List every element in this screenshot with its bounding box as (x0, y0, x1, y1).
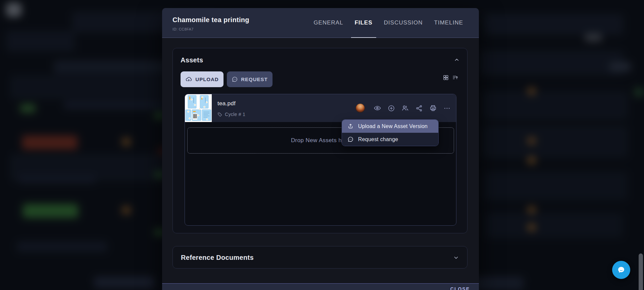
sort-upload-button[interactable] (452, 74, 458, 81)
tab-general[interactable]: GENERAL (310, 8, 347, 38)
share-button[interactable] (415, 105, 423, 112)
chat-widget-icon (616, 265, 626, 275)
assets-heading: Assets (181, 56, 203, 64)
print-button[interactable] (429, 104, 437, 112)
view-controls (443, 74, 458, 81)
scrollbar-thumb[interactable] (639, 253, 643, 290)
eye-icon (374, 108, 381, 113)
tab-discussion[interactable]: DISCUSSION (380, 8, 427, 38)
page-title: Chamomile tea printing (172, 16, 249, 24)
modal-header: Chamomile tea printing ID: CC8FA7 GENERA… (162, 8, 479, 38)
request-button-label: REQUEST (241, 76, 268, 82)
menu-item-upload-new-version[interactable]: Upload a New Asset Version (342, 120, 438, 133)
share-icon (415, 108, 423, 113)
grid-view-button[interactable] (443, 74, 449, 81)
menu-item-request-change[interactable]: Request change (342, 133, 438, 146)
asset-cycle: Cycle # 1 (217, 112, 245, 117)
add-button[interactable] (388, 105, 395, 112)
sort-upload-icon (452, 77, 458, 82)
ellipsis-icon (443, 108, 451, 113)
asset-row[interactable]: tea.pdf Cycle # 1 (185, 94, 456, 122)
chevron-down-icon (453, 256, 459, 262)
context-menu: Upload a New Asset Version Request chang… (342, 119, 439, 146)
asset-modal: Chamomile tea printing ID: CC8FA7 GENERA… (162, 8, 479, 290)
chat-widget-button[interactable] (612, 261, 630, 279)
menu-item-label: Request change (358, 136, 398, 142)
plus-circle-icon (388, 108, 395, 113)
expand-reference-button[interactable] (453, 254, 459, 260)
asset-actions (356, 94, 451, 122)
reference-documents-heading: Reference Documents (181, 254, 254, 262)
asset-cycle-label: Cycle # 1 (225, 112, 245, 117)
preview-button[interactable] (374, 104, 381, 112)
avatar[interactable] (356, 104, 365, 113)
tab-bar: GENERAL FILES DISCUSSION TIMELINE (310, 8, 467, 38)
asset-list: tea.pdf Cycle # 1 (185, 94, 456, 226)
chevron-up-icon (454, 59, 460, 64)
chat-dots-icon (232, 76, 238, 82)
tag-icon (217, 112, 222, 117)
grid-view-icon (443, 77, 449, 82)
modal-footer: CLOSE (162, 283, 479, 290)
reference-documents-panel[interactable]: Reference Documents (172, 246, 467, 269)
project-id: ID: CC8FA7 (172, 27, 194, 31)
assignees-button[interactable] (401, 104, 409, 112)
chat-dots-icon (347, 136, 354, 142)
menu-item-label: Upload a New Asset Version (358, 123, 428, 129)
screen: Chamomile tea printing ID: CC8FA7 GENERA… (0, 0, 644, 290)
users-icon (401, 108, 409, 113)
upload-icon (347, 123, 354, 129)
tab-files[interactable]: FILES (351, 8, 376, 38)
more-options-button[interactable] (443, 105, 451, 112)
upload-button[interactable]: UPLOAD (181, 71, 224, 87)
asset-thumbnail[interactable] (185, 94, 212, 122)
upload-button-label: UPLOAD (195, 76, 218, 82)
collapse-assets-button[interactable] (454, 57, 460, 63)
close-button[interactable]: CLOSE (450, 286, 470, 290)
request-button[interactable]: REQUEST (227, 71, 273, 87)
asset-filename: tea.pdf (217, 100, 236, 107)
cloud-upload-icon (185, 76, 192, 83)
printer-icon (429, 108, 437, 113)
tab-timeline[interactable]: TIMELINE (431, 8, 467, 38)
